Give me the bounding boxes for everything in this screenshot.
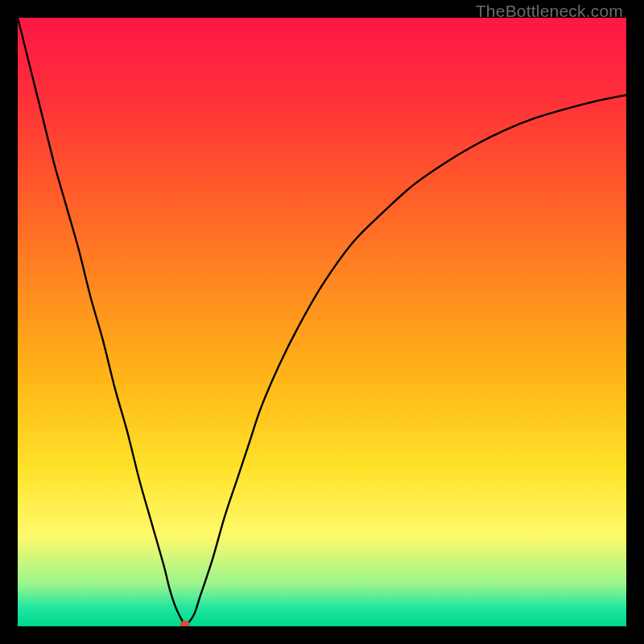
chart-frame xyxy=(18,18,626,626)
bottleneck-chart xyxy=(18,18,626,626)
watermark-text: TheBottleneck.com xyxy=(476,2,623,21)
chart-background xyxy=(18,18,626,626)
